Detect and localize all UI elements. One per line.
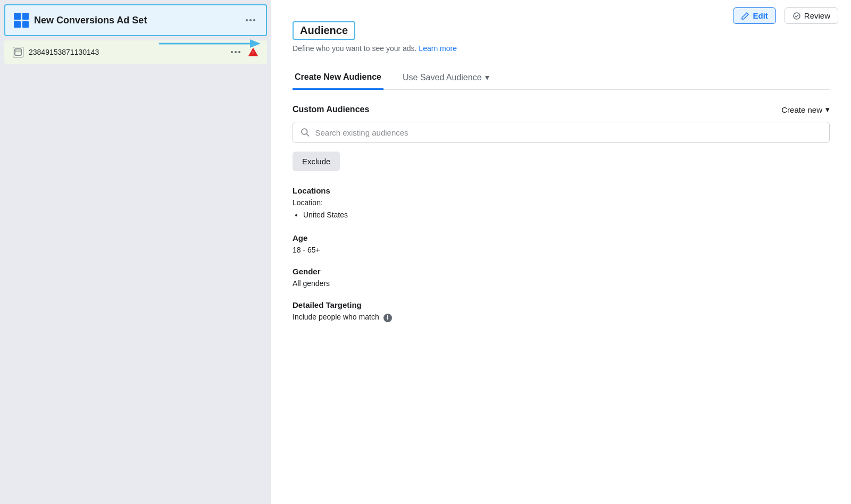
sidebar-header-more-button[interactable] [244, 17, 257, 23]
review-icon [792, 12, 801, 20]
dropdown-chevron-icon: ▾ [485, 72, 489, 82]
audience-title: Audience [300, 24, 348, 36]
audience-description-text: Define who you want to see your ads. [293, 44, 416, 53]
review-label: Review [804, 11, 830, 20]
create-new-chevron-icon: ▾ [825, 105, 830, 114]
location-sub-label: Location: [293, 198, 830, 207]
main-content: Edit Review Audience Define who you want… [271, 0, 851, 504]
detailed-targeting-section: Detailed Targeting Include people who ma… [293, 300, 830, 322]
search-icon [301, 128, 310, 137]
tab-use-saved-audience[interactable]: Use Saved Audience ▾ [401, 66, 491, 89]
learn-more-link[interactable]: Learn more [419, 44, 457, 53]
top-nav: Edit Review [720, 0, 851, 31]
age-section: Age 18 - 65+ [293, 233, 830, 254]
use-saved-audience-label: Use Saved Audience [403, 73, 482, 82]
search-box [293, 122, 830, 143]
age-label: Age [293, 233, 830, 242]
gender-section: Gender All genders [293, 267, 830, 288]
review-button[interactable]: Review [785, 7, 838, 24]
age-value: 18 - 65+ [293, 246, 830, 254]
audience-title-box: Audience [293, 21, 355, 40]
locations-list: United States [293, 209, 830, 221]
svg-rect-1 [15, 49, 21, 55]
gender-label: Gender [293, 267, 830, 276]
adset-id: 23849153871130143 [29, 48, 99, 56]
audience-tabs: Create New Audience Use Saved Audience ▾ [293, 65, 830, 90]
custom-audiences-header: Custom Audiences Create new ▾ [293, 105, 830, 114]
custom-audiences-title: Custom Audiences [293, 105, 369, 114]
location-item: United States [303, 209, 830, 221]
locations-section: Locations Location: United States [293, 186, 830, 221]
edit-button[interactable]: Edit [733, 7, 775, 24]
create-new-label: Create new [781, 105, 822, 114]
detailed-targeting-sub-label: Include people who match i [293, 313, 830, 322]
detailed-targeting-sub-label-text: Include people who match [293, 313, 379, 321]
sidebar-header-left: New Conversions Ad Set [14, 13, 147, 28]
adset-row-left: 23849153871130143 [13, 47, 99, 57]
ad-set-title: New Conversions Ad Set [34, 15, 147, 26]
svg-line-6 [306, 133, 308, 136]
edit-label: Edit [753, 11, 767, 20]
search-audiences-input[interactable] [315, 128, 822, 137]
info-icon: i [383, 314, 392, 322]
create-new-button[interactable]: Create new ▾ [781, 105, 830, 114]
svg-marker-0 [250, 39, 261, 48]
tab-create-new-audience[interactable]: Create New Audience [293, 66, 383, 90]
detailed-targeting-label: Detailed Targeting [293, 300, 830, 309]
adset-icon [13, 47, 23, 57]
locations-label: Locations [293, 186, 830, 195]
arrow-annotation [154, 28, 282, 61]
exclude-button[interactable]: Exclude [293, 152, 340, 171]
gender-value: All genders [293, 279, 830, 288]
audience-description: Define who you want to see your ads. Lea… [293, 44, 830, 53]
sidebar: New Conversions Ad Set [0, 0, 271, 504]
edit-icon [741, 12, 749, 20]
grid-icon [14, 13, 29, 28]
